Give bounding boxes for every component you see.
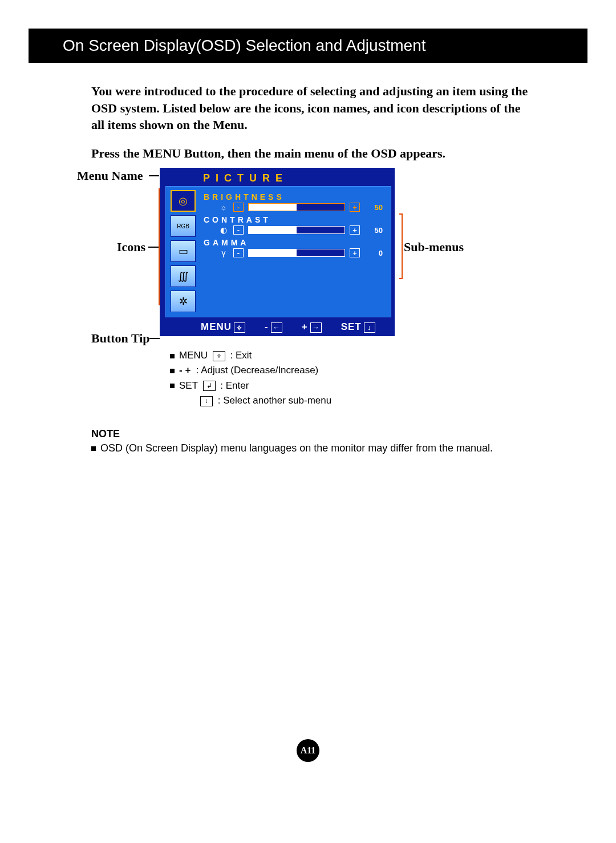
legend-key: MENU — [179, 350, 208, 361]
slider-track[interactable] — [248, 226, 345, 234]
slider-track[interactable] — [248, 249, 345, 257]
bullet-icon — [91, 446, 96, 451]
leader-line — [148, 247, 159, 248]
legend-key: - + — [179, 365, 191, 376]
down-arrow-icon: ↓ — [364, 322, 375, 333]
slider-value: 50 — [364, 203, 383, 212]
menu-glyph-icon: ⟡ — [234, 322, 245, 333]
setup-icon[interactable]: ✲ — [171, 291, 196, 312]
decrease-button[interactable]: - — [233, 203, 244, 212]
osd-item-gamma[interactable]: GAMMA γ - + 0 — [204, 238, 383, 257]
leader-line — [149, 175, 159, 176]
page-number: A11 — [297, 739, 319, 762]
button-tip-legend: MENU ⟡ : Exit - + : Adjust (Decrease/Inc… — [170, 348, 331, 408]
bullet-icon — [170, 384, 175, 388]
intro-paragraph-2: Press the MENU Button, then the main men… — [91, 146, 530, 161]
increase-button[interactable]: + — [350, 203, 360, 212]
left-arrow-icon: ← — [271, 322, 282, 333]
osd-item-brightness[interactable]: BRIGHTNESS ☼ - + 50 — [204, 192, 383, 212]
right-arrow-icon: → — [310, 322, 322, 333]
increase-button[interactable]: + — [350, 225, 360, 235]
osd-body: ◎ RGB ▭ ∭ ✲ BRIGHTNESS ☼ - + 50 CONTRAST — [165, 186, 391, 317]
gamma-icon: γ — [218, 248, 229, 257]
legend-text: : Adjust (Decrease/Increase) — [196, 365, 318, 376]
legend-key: SET — [179, 380, 198, 391]
slider-track[interactable] — [248, 203, 345, 211]
down-arrow-icon: ↓ — [200, 396, 213, 406]
callout-icons: Icons — [117, 240, 145, 255]
osd-item-contrast[interactable]: CONTRAST ◐ - + 50 — [204, 215, 383, 235]
note-text: OSD (On Screen Display) menu languages o… — [91, 442, 493, 454]
note-heading: NOTE — [91, 428, 120, 440]
osd-panel: PICTURE ◎ RGB ▭ ∭ ✲ BRIGHTNESS ☼ - + 50 — [160, 168, 395, 336]
enter-icon: ↲ — [203, 381, 216, 391]
osd-item-label: GAMMA — [204, 238, 383, 247]
footer-set: SET↓ — [341, 321, 375, 333]
footer-menu: MENU⟡ — [201, 321, 245, 333]
page-title: On Screen Display(OSD) Selection and Adj… — [63, 37, 426, 55]
screen-icon[interactable]: ▭ — [171, 240, 196, 262]
footer-minus: -← — [265, 321, 282, 333]
osd-footer: MENU⟡ -← +→ SET↓ — [201, 321, 389, 333]
legend-text: : Exit — [230, 350, 252, 361]
title-band: On Screen Display(OSD) Selection and Adj… — [29, 29, 587, 63]
osd-item-label: CONTRAST — [204, 215, 383, 224]
osd-item-label: BRIGHTNESS — [204, 192, 383, 201]
brightness-icon: ☼ — [218, 203, 229, 212]
color-icon[interactable]: RGB — [171, 215, 196, 237]
decrease-button[interactable]: - — [233, 248, 244, 257]
increase-button[interactable]: + — [350, 248, 360, 257]
osd-icon-column: ◎ RGB ▭ ∭ ✲ — [171, 190, 197, 312]
tracking-icon[interactable]: ∭ — [171, 265, 196, 287]
bracket-submenus — [399, 213, 403, 279]
osd-sub-items: BRIGHTNESS ☼ - + 50 CONTRAST ◐ - + 50 — [204, 192, 383, 261]
callout-menu-name: Menu Name — [77, 168, 143, 183]
contrast-icon: ◐ — [218, 225, 229, 235]
osd-title: PICTURE — [160, 168, 395, 184]
callout-button-tip: Button Tip — [91, 331, 150, 346]
legend-text: : Select another sub-menu — [218, 395, 331, 406]
legend-text: : Enter — [220, 380, 249, 391]
slider-value: 0 — [364, 249, 383, 257]
bullet-icon — [170, 354, 175, 358]
picture-icon[interactable]: ◎ — [171, 190, 196, 212]
leader-line — [149, 338, 160, 339]
slider-value: 50 — [364, 226, 383, 235]
bullet-icon — [170, 369, 175, 373]
decrease-button[interactable]: - — [233, 225, 244, 235]
callout-sub-menus: Sub-menus — [404, 240, 464, 255]
footer-plus: +→ — [302, 321, 322, 333]
intro-paragraph: You were introduced to the procedure of … — [91, 83, 530, 134]
menu-glyph-icon: ⟡ — [213, 351, 225, 361]
